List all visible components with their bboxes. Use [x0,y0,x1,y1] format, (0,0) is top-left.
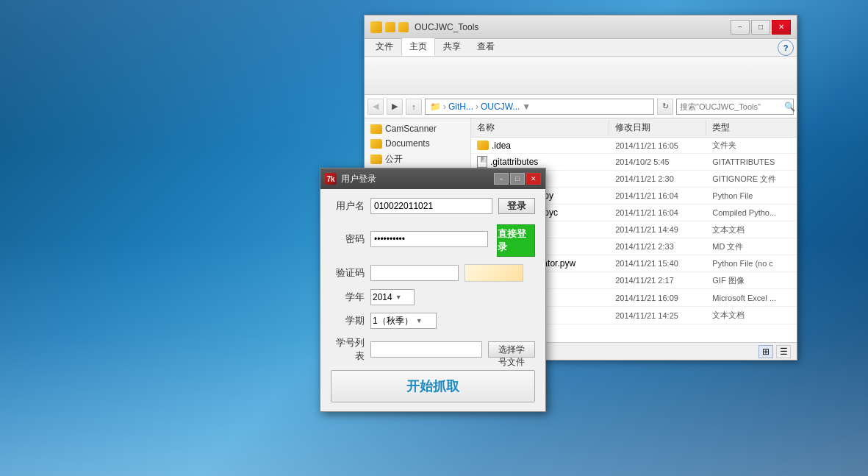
username-row: 用户名 登录 [331,198,535,214]
choose-file-button[interactable]: 选择学号文件 [488,341,535,358]
file-date: 2014/11/21 2:17 [609,274,706,287]
ribbon-tabs: 文件 主页 共享 查看 ? [365,39,797,57]
file-date: 2014/11/21 14:49 [609,223,706,236]
sidebar-item-public[interactable]: 公开 [365,151,470,168]
nav-bar: ◀ ▶ ↑ 📁 › GitH... › OUCJW... ▼ ↻ 🔍 [365,95,797,118]
file-type: 文件夹 [706,138,797,153]
address-bar[interactable]: 📁 › GitH... › OUCJW... ▼ [425,99,654,115]
file-date: 2014/11/21 2:33 [609,240,706,253]
tab-view[interactable]: 查看 [469,38,503,56]
file-type: 文本文档 [706,308,797,323]
file-date: 2014/11/21 16:04 [609,189,706,202]
dialog-controls: − □ ✕ [494,173,541,185]
back-button[interactable]: ◀ [367,99,384,115]
search-input[interactable] [680,102,781,111]
tab-home[interactable]: 主页 [401,38,435,56]
filelist-row: 学号列表 选择学号文件 [331,336,535,363]
file-type: MD 文件 [706,239,797,255]
password-label: 密码 [331,232,365,246]
file-type: 文本文档 [706,222,797,238]
login-dialog: 7k 用户登录 − □ ✕ 用户名 登录 密码 直接登录 [320,168,546,412]
file-name-idea: .idea [471,138,609,153]
explorer-minimize-button[interactable]: − [731,20,750,35]
login-button[interactable]: 登录 [498,198,535,214]
breadcrumb-folder-icon: 📁 [430,102,441,112]
folder-icon [370,139,382,149]
refresh-button[interactable]: ↻ [657,99,673,115]
title-controls: − □ ✕ [731,20,791,35]
username-input[interactable] [370,198,492,214]
tab-file[interactable]: 文件 [367,38,401,56]
semester-select[interactable]: 1（秋季） ▼ [370,313,437,329]
file-icon [477,156,487,168]
explorer-title-text: OUCJWC_Tools [415,22,478,32]
captcha-label: 验证码 [331,266,365,280]
explorer-maximize-button[interactable]: □ [751,20,770,35]
file-date: 2014/11/21 14:25 [609,309,706,322]
sidebar-label-camscanner: CamScanner [385,124,437,134]
sidebar-label-documents: Documents [385,138,430,149]
filelist-input[interactable] [370,341,482,358]
year-select[interactable]: 2014 ▼ [370,289,415,305]
file-type: Python File (no c [706,257,797,270]
dialog-minimize-button[interactable]: − [494,173,509,185]
password-input[interactable] [370,231,488,247]
col-header-date[interactable]: 修改日期 [609,120,706,135]
captcha-row: 验证码 [331,264,535,282]
dialog-app-icon: 7k [325,173,337,185]
direct-login-button[interactable]: 直接登录 [497,224,535,257]
folder-icon [370,154,382,164]
captcha-image[interactable] [465,264,523,282]
file-type: GIF 图像 [706,273,797,288]
year-label: 学年 [331,291,365,304]
sidebar-item-documents[interactable]: Documents [365,136,470,151]
sidebar-label-public: 公开 [385,153,403,166]
explorer-title-bar: OUCJWC_Tools − □ ✕ [365,15,797,39]
title-bar-left: OUCJWC_Tools [370,21,478,33]
col-header-type[interactable]: 类型 [706,120,797,135]
captcha-input[interactable] [370,265,459,281]
breadcrumb-github[interactable]: GitH... [448,102,473,112]
file-type: GITIGNORE 文件 [706,171,797,187]
password-row: 密码 直接登录 [331,221,535,257]
desktop: OUCJWC_Tools − □ ✕ 文件 主页 共享 查看 ? ◀ ▶ [0,0,868,476]
file-date: 2014/11/21 16:05 [609,139,706,152]
dialog-title-text: 用户登录 [341,173,376,185]
view-detail-button[interactable]: ⊞ [758,345,773,358]
col-header-name[interactable]: 名称 [471,120,609,135]
up-button[interactable]: ↑ [406,99,422,115]
file-date: 2014/11/21 2:30 [609,172,706,185]
help-button[interactable]: ? [778,40,794,56]
explorer-folder-icon [370,21,382,33]
breadcrumb-oucjwc[interactable]: OUCJW... [481,102,520,112]
dialog-title-bar: 7k 用户登录 − □ ✕ [320,168,545,189]
start-capture-button[interactable]: 开始抓取 [331,370,535,402]
file-date: 2014/11/21 15:40 [609,257,706,270]
semester-label: 学期 [331,314,365,327]
view-buttons: ⊞ ☰ [758,345,791,358]
folder-icon [477,141,489,150]
file-type: Microsoft Excel ... [706,291,797,305]
semester-select-arrow: ▼ [416,317,423,324]
file-date: 2014/11/21 16:09 [609,291,706,305]
file-type: Compiled Pytho... [706,206,797,219]
dialog-close-button[interactable]: ✕ [526,173,541,185]
dialog-title-left: 7k 用户登录 [325,173,376,185]
view-list-button[interactable]: ☰ [776,345,791,358]
explorer-close-button[interactable]: ✕ [772,20,791,35]
explorer-folder-icon-3 [398,22,409,32]
forward-button[interactable]: ▶ [387,99,403,115]
search-icon: 🔍 [784,102,795,112]
filelist-label: 学号列表 [331,336,365,363]
file-type: GITATTRIBUTES [706,155,797,168]
username-label: 用户名 [331,199,365,213]
file-list-header: 名称 修改日期 类型 [471,118,797,138]
tab-share[interactable]: 共享 [435,38,469,56]
dialog-maximize-button[interactable]: □ [510,173,525,185]
search-box[interactable]: 🔍 [676,99,794,115]
year-row: 学年 2014 ▼ [331,289,535,305]
table-row[interactable]: .idea 2014/11/21 16:05 文件夹 [471,138,797,154]
sidebar-item-camscanner[interactable]: CamScanner [365,121,470,136]
semester-row: 学期 1（秋季） ▼ [331,313,535,329]
file-type: Python File [706,189,797,202]
